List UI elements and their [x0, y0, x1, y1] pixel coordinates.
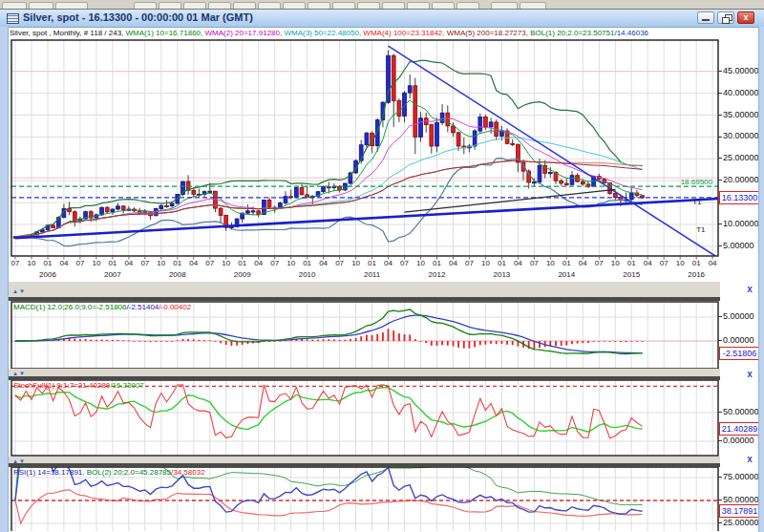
rsi-bollinger-lower-line — [15, 490, 643, 523]
x-axis-year-label: 2016 — [683, 270, 710, 279]
macd-line — [15, 309, 643, 354]
candle-body — [419, 118, 423, 138]
collapse-down-icon[interactable]: ▼ — [19, 458, 26, 464]
macd-histogram-bar — [220, 341, 222, 343]
collapse-up-icon[interactable]: ▲ — [12, 288, 19, 294]
x-axis-month-label: 01 — [301, 259, 314, 267]
toolbar-button[interactable] — [258, 2, 281, 10]
y-axis-tick-label: 75.00000 — [718, 472, 762, 482]
toolbar-button[interactable] — [283, 2, 306, 10]
macd-histogram-bar — [642, 341, 644, 342]
toolbar-button[interactable] — [332, 2, 355, 10]
x-axis-month-label: 07 — [462, 259, 476, 267]
x-axis-month-label: 10 — [478, 259, 492, 267]
candle-body — [251, 211, 255, 212]
macd-histogram-bar — [371, 335, 373, 341]
stochastic-d-line — [15, 388, 643, 432]
toolbar-button[interactable] — [159, 2, 181, 10]
restore-button[interactable] — [717, 11, 734, 24]
x-axis-month-label: 07 — [592, 259, 605, 267]
close-button[interactable]: x — [737, 11, 754, 24]
chart-window-icon — [7, 13, 19, 24]
macd-histogram-bar — [311, 340, 313, 341]
macd-histogram-bar — [404, 334, 406, 341]
macd-histogram-bar — [182, 339, 184, 341]
macd-histogram-bar — [117, 340, 119, 341]
minimize-button[interactable] — [697, 11, 714, 24]
candle-body — [322, 187, 326, 192]
toolbar-button[interactable] — [520, 2, 546, 10]
panel-separator[interactable] — [6, 282, 720, 297]
macd-histogram-bar — [85, 339, 87, 341]
macd-histogram-bar — [355, 338, 357, 341]
y-axis-tick-label: 20.00000 — [718, 175, 762, 185]
toolbar-button[interactable] — [183, 2, 206, 10]
candle-body — [170, 203, 174, 206]
x-axis-month-label: 10 — [220, 259, 233, 267]
macd-histogram-bar — [512, 341, 514, 345]
collapse-up-icon[interactable]: ▲ — [12, 458, 19, 464]
stochastic-panel[interactable] — [10, 379, 720, 457]
collapse-up-icon[interactable]: ▲ — [12, 371, 19, 376]
main-price-chart[interactable]: 18.69500T1T1 — [10, 39, 720, 263]
main-chart-legend: Silver, spot , Monthly, # 118 / 243, WMA… — [10, 27, 718, 39]
macd-histogram-bar — [74, 339, 75, 341]
toolbar-button[interactable] — [233, 2, 256, 10]
macd-histogram-bar — [339, 340, 341, 341]
panel-collapse-icons[interactable]: ▲▼ — [12, 458, 26, 465]
x-axis-month-label: 10 — [25, 259, 38, 267]
collapse-down-icon[interactable]: ▼ — [19, 371, 26, 376]
toolbar-button[interactable] — [456, 2, 479, 10]
macd-histogram-bar — [101, 340, 103, 342]
toolbar-button[interactable] — [55, 2, 88, 10]
panel-collapse-icons[interactable]: ▲▼ — [12, 287, 26, 295]
candle-body — [581, 181, 584, 184]
macd-histogram-bar — [479, 341, 481, 345]
candle-body — [117, 206, 120, 209]
macd-histogram-bar — [209, 340, 211, 341]
candle-body — [446, 113, 450, 126]
uptrend-line — [15, 199, 718, 238]
toolbar-button[interactable] — [208, 2, 231, 10]
x-axis-month-label: 07 — [138, 259, 152, 267]
x-axis-month-label: 04 — [446, 259, 459, 267]
toolbar-button[interactable] — [491, 2, 518, 10]
macd-histogram-bar — [231, 341, 233, 346]
panel-separator[interactable] — [6, 369, 720, 376]
x-axis-month-label: 07 — [268, 259, 282, 267]
wma-10-line — [15, 100, 643, 237]
macd-histogram-bar — [539, 341, 541, 348]
candle-body — [613, 194, 617, 198]
x-axis-month-label: 04 — [187, 259, 201, 267]
panel-close-icon[interactable]: x — [744, 284, 755, 294]
macd-histogram-bar — [323, 339, 325, 341]
toolbar-button[interactable] — [134, 2, 157, 10]
toolbar-button[interactable] — [29, 2, 53, 10]
toolbar-button[interactable] — [357, 2, 380, 10]
x-axis-month-label: 10 — [285, 259, 298, 267]
macd-histogram-bar — [150, 341, 152, 342]
y-axis-tick-label: 5.00000 — [718, 311, 762, 322]
macd-histogram-bar — [561, 341, 562, 346]
panel-close-icon[interactable]: x — [744, 369, 755, 379]
panel-divider[interactable] — [6, 376, 720, 380]
panel-divider[interactable] — [6, 463, 720, 467]
macd-histogram-bar — [215, 341, 217, 342]
window-titlebar[interactable]: Silver, spot - 16.13300 - 00:00:00 01 Ma… — [0, 10, 764, 28]
macd-histogram-bar — [128, 341, 130, 342]
panel-close-icon[interactable]: x — [744, 454, 755, 464]
toolbar-button[interactable] — [2, 2, 27, 10]
macd-histogram-bar — [453, 341, 455, 347]
toolbar-button[interactable] — [308, 2, 330, 10]
panel-separator[interactable] — [6, 457, 720, 463]
window-left-border — [0, 27, 9, 532]
toolbar-button[interactable] — [382, 2, 405, 10]
candle-body — [121, 206, 125, 210]
candle-body — [430, 125, 434, 146]
collapse-down-icon[interactable]: ▼ — [19, 288, 26, 294]
macd-histogram-bar — [177, 340, 179, 341]
panel-divider[interactable] — [6, 297, 720, 301]
toolbar-button[interactable] — [432, 2, 455, 10]
toolbar-button[interactable] — [407, 2, 430, 10]
panel-collapse-icons[interactable]: ▲▼ — [12, 370, 26, 377]
